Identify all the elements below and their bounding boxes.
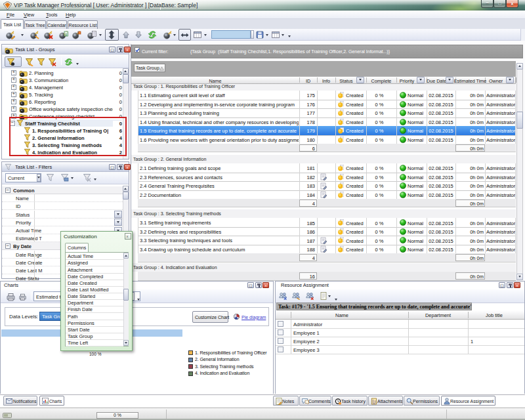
svg-text:g: g — [65, 32, 67, 36]
